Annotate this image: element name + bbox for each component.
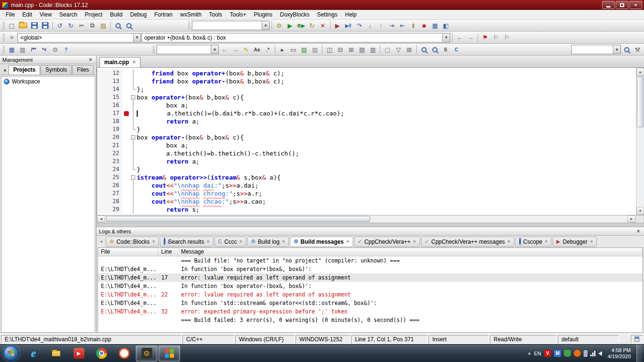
menu-plugins[interactable]: Plugins xyxy=(250,10,276,19)
code-line[interactable]: 28 cout<<"\nnhap chcao:";s>>a.cao; xyxy=(97,197,636,206)
marker-margin[interactable] xyxy=(123,157,130,165)
logs-tab-code-blocks[interactable]: ⚙Code::Blocks✕ xyxy=(106,237,159,247)
logs-tab-cppcheck-vera-messages[interactable]: ✓CppCheck/Vera++ messages✕ xyxy=(421,237,514,247)
logs-tab-close-icon[interactable]: ✕ xyxy=(590,239,593,244)
step-into-instruction-icon[interactable]: ⇤ xyxy=(397,20,408,31)
jump-forward-icon[interactable]: → xyxy=(465,33,476,43)
cut-icon[interactable]: ✂ xyxy=(76,20,87,31)
debugger-target-combo[interactable]: ▼ xyxy=(157,45,219,54)
menu-file[interactable]: File xyxy=(2,10,18,19)
build-message-row[interactable]: === Build failed: 3 error(s), 0 warning(… xyxy=(98,316,643,324)
column-header-file[interactable]: File xyxy=(98,248,158,256)
marker-margin[interactable] xyxy=(123,101,130,109)
redo-icon[interactable]: ↻ xyxy=(66,20,76,31)
build-message-row[interactable]: E:\LTHDT\de4_m...In function 'box operat… xyxy=(98,265,643,273)
code-line[interactable]: 22 a.thetich()=b.thetich()-c.thetich(); xyxy=(97,149,636,157)
marker-margin[interactable] xyxy=(123,109,130,117)
build-target-combo[interactable]: ▼ xyxy=(192,21,270,30)
taskbar-coccoc-browser[interactable] xyxy=(113,346,135,362)
taskbar-chrome[interactable] xyxy=(91,346,112,362)
menu-help[interactable]: Help xyxy=(341,10,361,19)
vertical-scroll-thumb[interactable] xyxy=(637,76,644,127)
volume-icon[interactable] xyxy=(598,351,602,356)
build-message-row[interactable]: E:\LTHDT\de4_m...17error: lvalue require… xyxy=(98,273,643,282)
code-text[interactable]: }; xyxy=(137,85,636,93)
new-file-icon[interactable]: ▢ xyxy=(7,20,17,31)
logs-tab-close-icon[interactable]: ✕ xyxy=(413,239,416,244)
code-area[interactable]: 12 friend box operator+(box& b,box& c);1… xyxy=(97,68,636,215)
break-debugger-icon[interactable]: ‖ xyxy=(408,20,419,31)
tabs-scroll-left-icon[interactable]: ◄ xyxy=(1,68,8,74)
notification-dot-icon[interactable] xyxy=(574,350,581,357)
fold-marker[interactable] xyxy=(130,165,137,173)
line-number[interactable]: 12 xyxy=(97,69,123,77)
vertical-scroll-track[interactable] xyxy=(636,128,644,207)
code-line[interactable]: 19} xyxy=(97,125,636,133)
layout-cols-icon[interactable]: ▥ xyxy=(368,44,378,55)
code-text[interactable]: a.thetich()=(b.dai*b.r*b.cao)+(c.dai*c.r… xyxy=(137,109,636,117)
code-line[interactable]: 27 cout<<"\nnhap chrong:";s>>a.r; xyxy=(97,189,636,197)
combo-widget-icon[interactable]: ▽ xyxy=(393,44,404,55)
frame-tool-icon[interactable]: ▭ xyxy=(288,44,298,55)
build-message-row[interactable]: E:\LTHDT\de4_m...In function 'box operat… xyxy=(98,282,643,290)
image-tool-icon[interactable]: ▨ xyxy=(299,44,309,55)
management-tab-files[interactable]: Files xyxy=(72,65,93,74)
fold-marker[interactable] xyxy=(130,69,137,77)
code-text[interactable]: box a; xyxy=(137,101,636,109)
incsearch-next-icon[interactable]: → xyxy=(230,44,240,55)
fold-marker[interactable] xyxy=(130,101,137,109)
close-button[interactable]: ✕ xyxy=(629,1,642,9)
horizontal-scroll-thumb[interactable] xyxy=(106,216,370,222)
scroll-right-button[interactable]: ► xyxy=(627,215,636,222)
fold-marker[interactable] xyxy=(130,157,137,165)
fold-collapse-icon[interactable]: - xyxy=(131,135,135,140)
zoom-in-icon[interactable] xyxy=(419,44,429,55)
start-button[interactable] xyxy=(3,346,19,361)
logs-tab-cccc[interactable]: CCccc✕ xyxy=(215,237,246,247)
code-line[interactable]: 14}; xyxy=(97,85,636,93)
marker-margin[interactable] xyxy=(123,141,130,149)
open-file-icon[interactable] xyxy=(17,20,29,31)
fold-marker[interactable] xyxy=(130,149,137,157)
breakpoint-marker[interactable] xyxy=(124,111,129,116)
taskbar-codeblocks[interactable]: ⚙ xyxy=(136,346,157,362)
menu-tools-plus[interactable]: Tools+ xyxy=(226,10,250,19)
line-number[interactable]: 13 xyxy=(97,77,123,85)
line-number[interactable]: 15 xyxy=(97,93,123,101)
line-number[interactable]: 17 xyxy=(97,109,123,117)
dashed-frame-icon[interactable]: ▢ xyxy=(382,44,393,55)
jump-back-icon[interactable]: ← xyxy=(454,33,465,43)
build-message-row[interactable]: === Build file: "no target" in "no proje… xyxy=(98,256,643,265)
logs-tab-close-icon[interactable]: ✕ xyxy=(282,239,285,244)
code-text[interactable]: friend box operator-(box& b,box& c); xyxy=(137,77,636,85)
marker-margin[interactable] xyxy=(123,197,130,206)
marker-margin[interactable] xyxy=(123,125,130,133)
step-out-icon[interactable]: ↑ xyxy=(376,20,386,31)
taskbar-media-player[interactable]: ▶ xyxy=(68,346,90,362)
abort-build-icon[interactable]: ✕ xyxy=(318,20,328,31)
line-number[interactable]: 24 xyxy=(97,165,123,173)
marker-margin[interactable] xyxy=(123,133,130,141)
code-text[interactable]: friend box operator+(box& b,box& c); xyxy=(137,69,636,77)
code-line[interactable]: 15-box operator+(box& b,box& c){ xyxy=(97,93,636,101)
split-vertical-icon[interactable]: ⊟ xyxy=(335,44,346,55)
editor-tab-main-cpp[interactable]: main.cpp ✕ xyxy=(99,57,140,67)
code-text[interactable]: box a; xyxy=(137,141,636,149)
build-icon[interactable]: ⚙ xyxy=(274,20,284,31)
menu-wxsmith[interactable]: wxSmith xyxy=(176,10,205,19)
minimize-button[interactable] xyxy=(602,1,615,9)
marker-margin[interactable] xyxy=(123,165,130,173)
doxy-settings-icon[interactable]: ⚙ xyxy=(50,44,60,55)
fold-marker[interactable]: - xyxy=(130,93,137,101)
next-bookmark-icon[interactable]: ⚐ xyxy=(502,33,512,43)
code-line[interactable]: 18 return a; xyxy=(97,117,636,125)
debugging-windows-icon[interactable]: ▦ xyxy=(430,20,440,31)
menu-fortran[interactable]: Fortran xyxy=(150,10,176,19)
fold-collapse-icon[interactable]: - xyxy=(131,95,135,99)
code-text[interactable]: } xyxy=(137,125,636,133)
code-text[interactable]: return a; xyxy=(137,157,636,165)
menu-tools[interactable]: Tools xyxy=(205,10,226,19)
marker-margin[interactable] xyxy=(123,206,130,214)
code-line[interactable]: 26 cout<<"\nnhap dai:";s>>a.dai; xyxy=(97,181,636,189)
fold-marker[interactable] xyxy=(130,117,137,125)
